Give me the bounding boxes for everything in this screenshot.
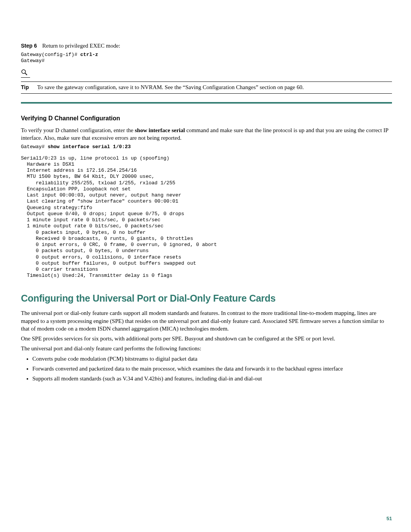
step-text: Return to privileged EXEC mode:: [42, 42, 120, 50]
tip-block: Tip To save the gateway configuration, s…: [21, 69, 392, 94]
section-p1: The universal port or dial-only feature …: [21, 309, 392, 332]
intro-bold: show interface serial: [135, 127, 185, 133]
command-output: Serial1/0:23 is up, line protocol is up …: [21, 155, 392, 279]
bullet3-before: Supports all modem standards (such as V.…: [32, 375, 155, 382]
verify-command: Gateway# show interface serial 1/0:23: [21, 144, 392, 150]
section-divider: [21, 102, 392, 104]
subsection-heading: Verifying D Channel Configuration: [21, 114, 392, 123]
code-line-2: Gateway#: [21, 58, 45, 64]
step-code: Gateway(config-if)# ctrl-z Gateway#: [21, 52, 392, 64]
cmd-prefix: Gateway#: [21, 144, 48, 150]
tip-row-inner: Tip To save the gateway configuration, s…: [21, 83, 392, 94]
tip-row: Tip To save the gateway configuration, s…: [21, 81, 392, 94]
page-container: Step 6 Return to privileged EXEC mode: G…: [0, 0, 411, 532]
list-item: Converts pulse code modulation (PCM) bit…: [32, 355, 392, 363]
code-prefix: Gateway(config-if)#: [21, 52, 80, 58]
svg-point-0: [22, 70, 25, 73]
section-p2: One SPE provides services for six ports,…: [21, 335, 392, 342]
bullet3-italic: bis: [155, 375, 161, 382]
intro-before: To verify your D channel configuration, …: [21, 127, 135, 133]
step-row: Step 6 Return to privileged EXEC mode:: [21, 42, 392, 50]
list-item: Supports all modem standards (such as V.…: [32, 375, 392, 382]
svg-line-1: [25, 73, 27, 75]
list-item: Forwards converted and packetized data t…: [32, 365, 392, 372]
magnifier-icon: [21, 69, 30, 78]
tip-label: Tip: [21, 84, 29, 91]
bullet3-after: ) and features, including dial-in and di…: [161, 375, 262, 382]
tip-text: To save the gateway configuration, save …: [37, 83, 304, 91]
section-p3: The universal port and dial-only feature…: [21, 345, 392, 352]
code-command: ctrl-z: [80, 52, 98, 58]
page-number: 51: [387, 515, 392, 522]
step-label: Step 6: [21, 42, 37, 50]
verify-intro: To verify your D channel configuration, …: [21, 126, 392, 142]
bullet-list: Converts pulse code modulation (PCM) bit…: [21, 355, 392, 383]
cmd-bold: show interface serial 1/0:23: [48, 144, 131, 150]
section-heading: Configuring the Universal Port or Dial-O…: [21, 292, 392, 305]
